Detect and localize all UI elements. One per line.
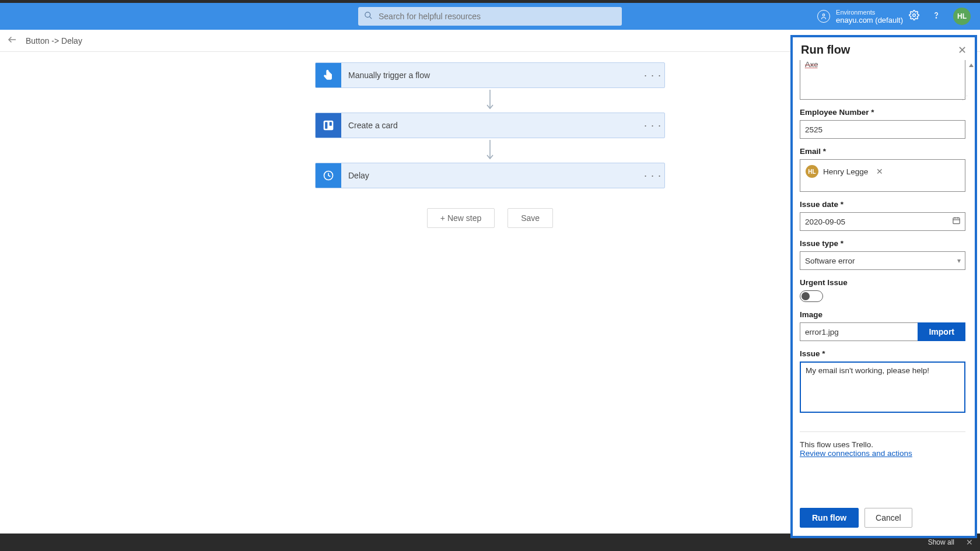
import-button[interactable]: Import xyxy=(918,322,965,341)
run-flow-panel: Run flow ✕ Axe ⋰ Employee Number * Email… xyxy=(790,35,977,538)
trello-icon xyxy=(316,113,341,138)
environment-text: Environments enayu.com (default) xyxy=(836,8,903,24)
chip-name: Henry Legge xyxy=(823,167,868,176)
hand-tap-icon xyxy=(316,62,341,88)
step-delay[interactable]: Delay · · · xyxy=(315,163,665,188)
new-step-button[interactable]: + New step xyxy=(427,208,495,228)
close-icon[interactable]: ✕ xyxy=(966,538,973,547)
cancel-button[interactable]: Cancel xyxy=(864,508,912,528)
svg-line-1 xyxy=(369,16,372,19)
urgent-toggle[interactable] xyxy=(800,290,823,302)
chevron-down-icon: ▾ xyxy=(957,257,961,265)
employee-number-field[interactable] xyxy=(800,120,965,139)
gear-icon[interactable] xyxy=(909,10,919,23)
svg-point-3 xyxy=(913,13,916,16)
show-all-link[interactable]: Show all xyxy=(928,538,954,546)
svg-point-4 xyxy=(936,17,936,17)
search-icon xyxy=(364,11,373,22)
svg-rect-9 xyxy=(330,122,332,126)
svg-rect-12 xyxy=(953,218,960,224)
issue-type-label: Issue type * xyxy=(800,239,965,248)
step-label: Manually trigger a flow xyxy=(341,71,641,80)
calendar-icon[interactable] xyxy=(952,216,961,227)
issue-type-select[interactable] xyxy=(800,251,965,270)
image-field[interactable] xyxy=(800,322,918,341)
breadcrumb-text: Button -> Delay xyxy=(26,36,82,45)
issue-date-label: Issue date * xyxy=(800,200,965,209)
issue-field[interactable] xyxy=(800,362,965,413)
run-flow-button[interactable]: Run flow xyxy=(800,508,859,528)
email-chip: HL Henry Legge ✕ xyxy=(804,163,887,180)
step-menu-icon[interactable]: · · · xyxy=(641,170,664,182)
chip-avatar: HL xyxy=(806,165,818,178)
global-search[interactable] xyxy=(358,7,622,26)
resize-handle-icon[interactable]: ⋰ xyxy=(800,96,968,100)
environment-label: Environments xyxy=(836,8,903,16)
close-icon[interactable]: ✕ xyxy=(958,44,967,57)
app-topbar: Environments enayu.com (default) HL xyxy=(0,3,980,30)
issue-date-field[interactable] xyxy=(800,212,965,231)
environment-icon xyxy=(817,10,830,23)
image-label: Image xyxy=(800,310,965,319)
review-connections-link[interactable]: Review connections and actions xyxy=(800,449,965,458)
svg-point-0 xyxy=(365,12,370,17)
svg-point-2 xyxy=(822,14,825,16)
partial-textarea[interactable]: Axe xyxy=(800,60,965,100)
employee-number-label: Employee Number * xyxy=(800,108,965,117)
step-create-card[interactable]: Create a card · · · xyxy=(315,113,665,138)
environment-picker[interactable]: Environments enayu.com (default) xyxy=(817,8,903,24)
clock-icon xyxy=(316,163,341,188)
flow-arrow-icon xyxy=(486,138,494,163)
environment-name: enayu.com (default) xyxy=(836,16,903,24)
user-avatar[interactable]: HL xyxy=(953,8,971,25)
search-input[interactable] xyxy=(379,12,616,21)
step-menu-icon[interactable]: · · · xyxy=(641,120,664,132)
flow-uses-text: This flow uses Trello. xyxy=(800,440,965,449)
email-label: Email * xyxy=(800,147,965,156)
step-label: Create a card xyxy=(341,121,641,130)
chip-remove-icon[interactable]: ✕ xyxy=(876,167,883,176)
email-field[interactable]: HL Henry Legge ✕ xyxy=(800,159,965,192)
step-menu-icon[interactable]: · · · xyxy=(641,69,664,82)
save-button[interactable]: Save xyxy=(508,208,553,228)
urgent-label: Urgent Issue xyxy=(800,278,965,287)
flow-arrow-icon xyxy=(486,88,494,113)
step-label: Delay xyxy=(341,171,641,180)
help-icon[interactable] xyxy=(931,10,942,23)
panel-title: Run flow xyxy=(801,43,850,57)
panel-body[interactable]: Axe ⋰ Employee Number * Email * HL Henry… xyxy=(793,60,975,502)
issue-label: Issue * xyxy=(800,349,965,358)
svg-rect-8 xyxy=(325,122,327,129)
step-trigger[interactable]: Manually trigger a flow · · · xyxy=(315,62,665,88)
back-arrow-icon[interactable] xyxy=(7,34,18,47)
